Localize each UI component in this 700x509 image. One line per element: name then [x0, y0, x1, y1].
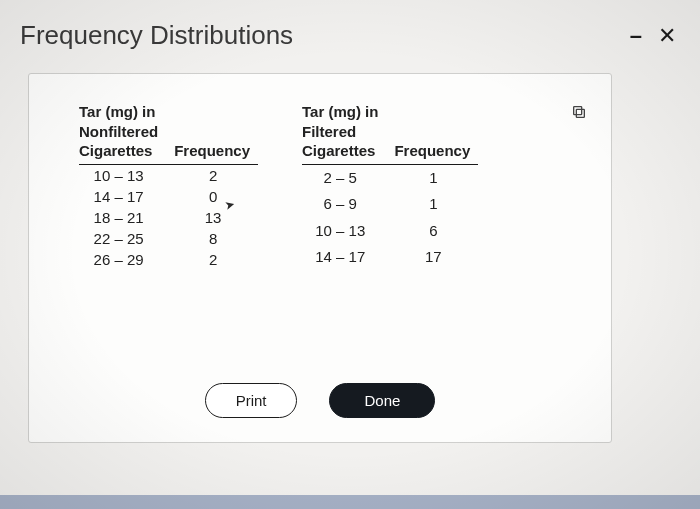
table-row: 10 – 136 — [302, 217, 478, 243]
t1-col1-header: Tar (mg) in Nonfiltered Cigarettes — [79, 102, 166, 164]
table-row: 14 – 1717 — [302, 243, 478, 269]
button-row: Print Done — [29, 383, 611, 418]
table-row: 2 – 51 — [302, 164, 478, 191]
t1-col2-header: Frequency — [166, 102, 258, 164]
minimize-icon[interactable]: – — [630, 25, 642, 47]
header-row: Frequency Distributions – ✕ — [20, 20, 676, 51]
nonfiltered-table: Tar (mg) in Nonfiltered Cigarettes Frequ… — [79, 102, 258, 270]
content-card: Tar (mg) in Nonfiltered Cigarettes Frequ… — [28, 73, 612, 443]
t2-col1-header: Tar (mg) in Filtered Cigarettes — [302, 102, 386, 164]
window-controls: – ✕ — [630, 25, 676, 47]
bottom-edge — [0, 495, 700, 509]
table-row: 26 – 292 — [79, 249, 258, 270]
print-button[interactable]: Print — [205, 383, 298, 418]
table-row: 6 – 91 — [302, 191, 478, 217]
done-button[interactable]: Done — [329, 383, 435, 418]
svg-rect-0 — [576, 109, 584, 117]
table-row: 22 – 258 — [79, 228, 258, 249]
copy-icon[interactable] — [571, 104, 587, 120]
tables-wrap: Tar (mg) in Nonfiltered Cigarettes Frequ… — [79, 102, 589, 270]
filtered-table: Tar (mg) in Filtered Cigarettes Frequenc… — [302, 102, 478, 270]
table-row: 10 – 132 — [79, 164, 258, 186]
t2-col2-header: Frequency — [386, 102, 478, 164]
window: Frequency Distributions – ✕ Tar (mg) in … — [0, 0, 700, 509]
page-title: Frequency Distributions — [20, 20, 293, 51]
svg-rect-1 — [574, 107, 582, 115]
close-icon[interactable]: ✕ — [658, 25, 676, 47]
